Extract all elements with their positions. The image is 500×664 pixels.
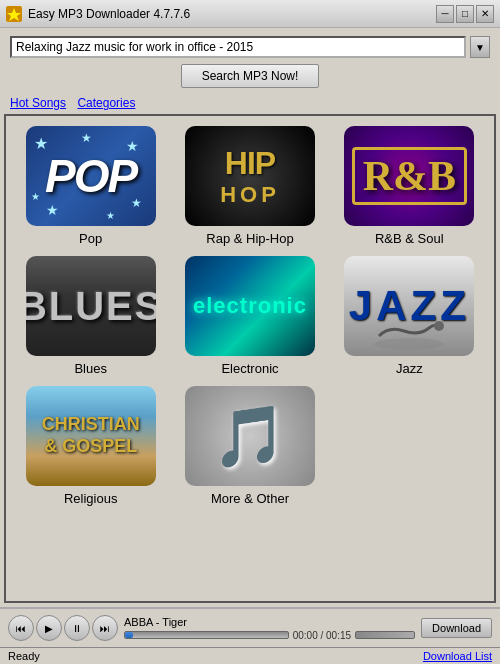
category-rnb-label: R&B & Soul	[375, 231, 444, 246]
category-blues[interactable]: BLUES Blues	[16, 256, 165, 376]
progress-bar[interactable]	[124, 631, 289, 639]
category-blues-label: Blues	[74, 361, 107, 376]
download-list-link[interactable]: Download List	[423, 650, 492, 662]
christian-text-art: CHRISTIAN& GOSPEL	[42, 414, 140, 457]
category-pop[interactable]: ★ ★ ★ ★ ★ ★ ★ POP Pop	[16, 126, 165, 246]
category-pop-image: ★ ★ ★ ★ ★ ★ ★ POP	[26, 126, 156, 226]
restore-button[interactable]: □	[456, 5, 474, 23]
status-text: Ready	[8, 650, 40, 662]
player-controls: ⏮ ▶ ⏸ ⏭	[8, 615, 118, 641]
category-more-label: More & Other	[211, 491, 289, 506]
track-name: ABBA - Tiger	[124, 616, 415, 628]
category-christian[interactable]: CHRISTIAN& GOSPEL Religious	[16, 386, 165, 506]
content-area: ★ ★ ★ ★ ★ ★ ★ POP Pop HIP	[4, 114, 496, 603]
categories-grid: ★ ★ ★ ★ ★ ★ ★ POP Pop HIP	[16, 126, 484, 506]
track-info: ABBA - Tiger 00:00 / 00:15	[124, 616, 415, 641]
electronic-text-art: electronic	[193, 293, 307, 319]
main-container: ▼ Search MP3 Now! Hot Songs Categories ★…	[0, 28, 500, 664]
rnb-text-art: R&B	[352, 147, 467, 205]
svg-point-3	[434, 321, 444, 331]
pause-button[interactable]: ⏸	[64, 615, 90, 641]
progress-fill	[125, 632, 133, 638]
category-pop-label: Pop	[79, 231, 102, 246]
category-christian-image: CHRISTIAN& GOSPEL	[26, 386, 156, 486]
player-bar: ⏮ ▶ ⏸ ⏭ ABBA - Tiger 00:00 / 00:15 Downl…	[0, 607, 500, 647]
title-buttons: ─ □ ✕	[436, 5, 494, 23]
blues-text-art: BLUES	[26, 284, 156, 329]
music-note-icon: 🎵	[212, 401, 287, 472]
categories-link[interactable]: Categories	[77, 96, 135, 110]
minimize-button[interactable]: ─	[436, 5, 454, 23]
category-rnb[interactable]: R&B R&B & Soul	[335, 126, 484, 246]
progress-row: 00:00 / 00:15	[124, 630, 415, 641]
category-hiphop-image: HIP HOP	[185, 126, 315, 226]
prev-button[interactable]: ⏮	[8, 615, 34, 641]
status-bar: Ready Download List	[0, 647, 500, 664]
close-button[interactable]: ✕	[476, 5, 494, 23]
search-input[interactable]	[10, 36, 466, 58]
next-button[interactable]: ⏭	[92, 615, 118, 641]
download-button[interactable]: Download	[421, 618, 492, 638]
category-jazz-label: Jazz	[396, 361, 423, 376]
app-title: Easy MP3 Downloader 4.7.7.6	[28, 7, 190, 21]
volume-bar[interactable]	[355, 631, 415, 639]
pop-stars-decoration: ★ ★ ★ ★ ★ ★ ★	[26, 126, 156, 226]
category-electronic-label: Electronic	[221, 361, 278, 376]
jazz-trumpet-art	[344, 316, 474, 351]
category-more-image: 🎵	[185, 386, 315, 486]
nav-links: Hot Songs Categories	[0, 94, 500, 114]
play-button[interactable]: ▶	[36, 615, 62, 641]
hiphop-art: HIP HOP	[220, 145, 280, 208]
category-jazz[interactable]: JAZZ Jazz	[335, 256, 484, 376]
category-rnb-image: R&B	[344, 126, 474, 226]
hot-songs-link[interactable]: Hot Songs	[10, 96, 66, 110]
svg-point-2	[374, 338, 444, 350]
category-blues-image: BLUES	[26, 256, 156, 356]
search-dropdown-button[interactable]: ▼	[470, 36, 490, 58]
category-christian-label: Religious	[64, 491, 117, 506]
category-jazz-image: JAZZ	[344, 256, 474, 356]
title-bar: Easy MP3 Downloader 4.7.7.6 ─ □ ✕	[0, 0, 500, 28]
search-row: ▼	[10, 36, 490, 58]
category-electronic-image: electronic	[185, 256, 315, 356]
app-icon	[6, 6, 22, 22]
title-bar-left: Easy MP3 Downloader 4.7.7.6	[6, 6, 190, 22]
category-hiphop-label: Rap & Hip-Hop	[206, 231, 293, 246]
hiphop-sub-art: HOP	[220, 182, 280, 208]
category-hiphop[interactable]: HIP HOP Rap & Hip-Hop	[175, 126, 324, 246]
time-display: 00:00 / 00:15	[293, 630, 351, 641]
category-more[interactable]: 🎵 More & Other	[175, 386, 324, 506]
player-top: ⏮ ▶ ⏸ ⏭ ABBA - Tiger 00:00 / 00:15 Downl…	[8, 615, 492, 641]
hiphop-text-art: HIP	[225, 145, 275, 182]
category-electronic[interactable]: electronic Electronic	[175, 256, 324, 376]
search-button[interactable]: Search MP3 Now!	[181, 64, 320, 88]
search-area: ▼ Search MP3 Now!	[0, 28, 500, 94]
